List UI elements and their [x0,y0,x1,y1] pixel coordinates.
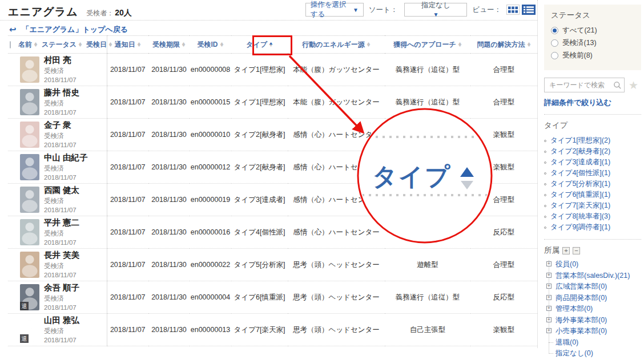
cell-solution: 合理型 [470,184,537,216]
breadcrumb: ↩ 「エニアグラム」トップへ戻る [0,21,537,35]
type-filter-item[interactable]: タイプ4[個性派](1) [544,168,641,179]
status-option-pending[interactable]: 受検前(8) [551,51,634,60]
type-filter-item[interactable]: タイプ2[献身者](2) [544,146,641,157]
affiliation-tree-item[interactable]: + 海外事業本部(0) [546,315,641,326]
examinee-name: 金子 衆 [44,120,77,131]
expand-all-button[interactable]: + [562,247,570,254]
affiliation-tree-item[interactable]: + 営業本部(salesDiv.)(21) [546,270,641,282]
table-row[interactable]: 藤井 悟史 受検済 2018/11/07 2018/11/07 2018/11/… [8,86,537,119]
type-filter-item[interactable]: タイプ8[統率者](3) [544,211,641,222]
cell-energy: 感情（心）ハートセンター [288,184,385,216]
examinee-status: 受検済 [44,197,79,206]
col-header-deadline[interactable]: 受検期限▲▼ [148,36,190,54]
col-header-exam-date[interactable]: 受検日▲▼ [86,40,112,50]
avatar [20,89,39,115]
expand-node-icon[interactable]: + [546,284,552,289]
col-header-energy[interactable]: 行動のエネルギー源▲▼ [288,36,385,54]
avatar [20,252,39,278]
type-filter-item[interactable]: タイプ6[慎重派](1) [544,189,641,200]
collapse-all-button[interactable]: − [573,247,580,254]
expand-node-icon[interactable]: + [546,328,552,333]
advanced-filter-link[interactable]: 詳細条件で絞り込む [544,98,641,108]
grid-view-icon[interactable] [506,5,520,15]
col-header-status[interactable]: ステータス▲▼ [42,40,82,50]
affiliation-tree-item[interactable]: + 小売事業本部(0) [546,326,641,337]
type-filter-item[interactable]: タイプ5[分析家](1) [544,179,641,189]
avatar: 退 [20,317,39,343]
table-row[interactable]: 西園 健太 受検済 2018/11/07 2018/11/07 2018/11/… [8,184,537,216]
sort-icon: ▲▼ [78,42,82,47]
action-select[interactable]: 操作を選択する ▼ [305,3,364,17]
bullet-icon [544,183,546,185]
sort-icon: ▲▼ [458,42,462,47]
affiliation-title: 所属 [544,245,560,256]
col-header-approach[interactable]: 獲得へのアプローチ▲▼ [385,36,470,54]
sort-select[interactable]: 指定なし ▼ [404,3,467,17]
type-filter-item[interactable]: タイプ1[理想家](2) [544,135,641,146]
table-row[interactable]: 長井 芙美 受検済 2018/11/07 2018/11/07 2018/11/… [8,249,537,281]
sort-icon: ▲▼ [367,42,371,47]
col-header-exam-id[interactable]: 受検ID▲▼ [190,36,231,54]
table-row[interactable]: 退 山田 雅弘 受検済 2018/11/07 2018/11/07 2018/1… [8,314,537,346]
table-row[interactable]: 中山 由紀子 受検済 2018/11/07 2018/11/07 2018/11… [8,151,537,184]
type-filter-title: タイプ [544,120,641,131]
bullet-icon [544,151,546,153]
cell-notify-date: 2018/11/07 [107,314,148,346]
examinee-exam-date: 2018/11/07 [44,336,79,345]
affiliation-tree-item[interactable]: + 役員(0) [546,259,641,270]
examinee-name: 中山 由紀子 [44,152,88,163]
examinee-exam-date: 2018/11/07 [44,108,79,118]
bullet-icon [544,161,546,164]
select-all-checkbox[interactable] [10,41,11,48]
favorite-star-icon[interactable]: ★ [629,80,638,91]
cell-exam-id: en00000013 [190,314,231,346]
radio-selected-icon [551,27,558,34]
affiliation-tree-item[interactable]: + 退職(0) [546,337,641,349]
title-bar: エニアグラム 受検者：20人 操作を選択する ▼ ソート： 指定なし ▼ ビュー… [0,0,537,21]
table-row[interactable]: 金子 衆 受検済 2018/11/07 2018/11/07 2018/11/3… [8,119,537,151]
col-header-solution[interactable]: 問題の解決方法▲▼ [470,36,537,54]
retired-badge: 退 [20,334,29,343]
cell-type: タイプ2[献身者] [231,119,288,151]
back-to-top-link[interactable]: 「エニアグラム」トップへ戻る [22,25,128,35]
table-row[interactable]: 平井 憲二 受検済 2018/11/07 2018/11/07 2018/11/… [8,216,537,249]
cell-approach [385,151,470,184]
type-filter-item[interactable]: タイプ7[楽天家](1) [544,200,641,211]
page-title: エニアグラム [8,5,78,19]
col-header-type[interactable]: タイプ▲▼ [231,36,288,54]
cell-approach: 遊離型 [385,249,470,281]
divider [544,114,641,115]
status-option-all[interactable]: すべて(21) [551,26,634,35]
cell-notify-date: 2018/11/07 [107,216,148,249]
cell-approach: 義務遂行（追従）型 [385,54,470,86]
cell-deadline: 2018/11/30 [148,119,190,151]
affiliation-tree-item[interactable]: + 管理本部(0) [546,304,641,315]
col-header-name[interactable]: 名前▲▼ [18,40,38,50]
examinee-status: 受検済 [44,229,79,238]
list-view-icon[interactable] [522,5,536,15]
affiliation-tree-item[interactable]: + 指定なし(0) [546,348,641,359]
avatar [20,219,39,245]
examinee-name: 山田 雅弘 [44,315,79,326]
expand-node-icon[interactable]: + [546,306,552,311]
expand-node-icon[interactable]: + [546,317,552,322]
type-filter-item[interactable]: タイプ3[達成者](1) [544,157,641,168]
keyword-search-input[interactable] [544,78,625,92]
cell-deadline: 2018/11/30 [148,54,190,86]
divider [544,239,641,240]
expand-node-icon[interactable]: + [546,295,552,300]
table-row[interactable]: 退 余吾 順子 受検済 2018/11/07 2018/11/07 2018/1… [8,281,537,314]
affiliation-tree-item[interactable]: + 広域営業本部(0) [546,281,641,293]
cell-type: タイプ1[理想家] [231,86,288,119]
examinee-exam-date: 2018/11/07 [44,304,79,313]
examinee-name: 平井 憲二 [44,217,79,228]
expand-node-icon[interactable]: + [546,261,552,266]
expand-node-icon[interactable]: + [546,273,552,278]
table-row[interactable]: 村田 亮 受検済 2018/11/07 2018/11/07 2018/11/3… [8,54,537,86]
affiliation-tree-item[interactable]: + 商品開発本部(0) [546,293,641,304]
cell-approach [385,119,470,151]
table-header-row: 名前▲▼ ステータス▲▼ 受検日▲▼ 通知日▲▼ 受検期限▲▼ 受検ID▲▼ タ… [8,36,537,54]
examinee-name: 西園 健太 [44,185,79,196]
type-filter-item[interactable]: タイプ9[調停者](1) [544,222,641,233]
status-option-done[interactable]: 受検済(13) [551,38,634,48]
